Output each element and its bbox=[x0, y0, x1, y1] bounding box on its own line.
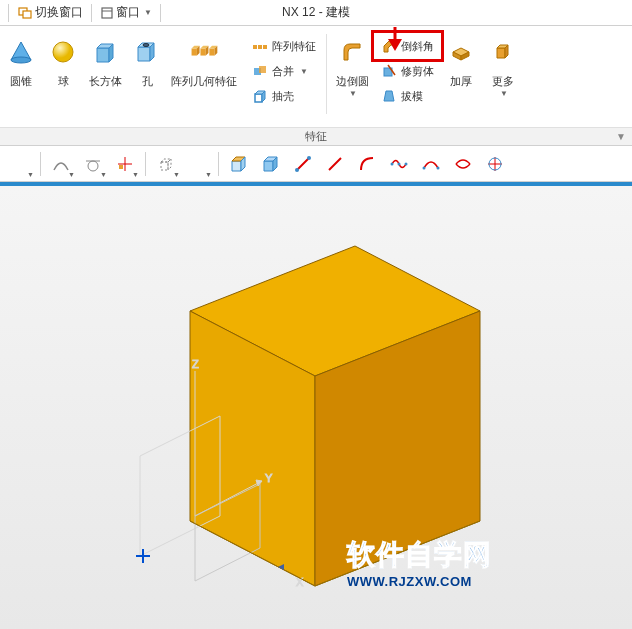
spline-tool[interactable] bbox=[384, 149, 414, 179]
shell-label: 抽壳 bbox=[272, 89, 294, 104]
curve-tool-1[interactable]: ▼ bbox=[46, 149, 76, 179]
wireframe-tool[interactable]: ▼ bbox=[151, 149, 181, 179]
sphere-icon bbox=[47, 36, 79, 68]
svg-marker-41 bbox=[505, 45, 508, 58]
chevron-down-icon: ▼ bbox=[500, 89, 508, 98]
svg-rect-1 bbox=[23, 11, 31, 18]
block-label: 长方体 bbox=[89, 74, 122, 89]
shell-button[interactable]: 抽壳 bbox=[246, 84, 322, 108]
hole-button[interactable]: 孔 bbox=[126, 34, 168, 91]
edge-blend-icon bbox=[336, 36, 368, 68]
viewport-3d[interactable]: Z Y X 软件自学网 WWW.R bbox=[0, 182, 632, 629]
more-icon bbox=[487, 36, 519, 68]
svg-marker-48 bbox=[161, 159, 171, 162]
pattern-feature-label: 阵列特征 bbox=[272, 39, 316, 54]
svg-point-61 bbox=[398, 162, 401, 165]
svg-rect-27 bbox=[263, 45, 267, 49]
svg-marker-35 bbox=[384, 91, 394, 101]
cone-button[interactable]: 圆锥 bbox=[0, 34, 42, 91]
watermark-cn: 软件自学网 bbox=[347, 536, 492, 574]
svg-marker-14 bbox=[150, 43, 154, 61]
thicken-icon bbox=[445, 36, 477, 68]
draft-icon bbox=[381, 88, 397, 104]
svg-point-42 bbox=[88, 161, 98, 171]
intersect-tool[interactable] bbox=[448, 149, 478, 179]
draft-button[interactable]: 拔模 bbox=[375, 84, 440, 108]
draft-label: 拔模 bbox=[401, 89, 423, 104]
switch-window-icon bbox=[17, 5, 33, 21]
more-label: 更多 bbox=[492, 74, 514, 89]
edge-tool[interactable] bbox=[288, 149, 318, 179]
pattern-geom-label: 阵列几何特征 bbox=[171, 74, 237, 89]
arc-tool[interactable] bbox=[352, 149, 382, 179]
hole-icon bbox=[131, 36, 163, 68]
sphere-button[interactable]: 球 bbox=[42, 34, 84, 91]
svg-point-15 bbox=[143, 44, 149, 47]
point-tool-2[interactable] bbox=[480, 149, 510, 179]
pattern-geom-button[interactable]: 阵列几何特征 bbox=[168, 34, 240, 91]
cone-label: 圆锥 bbox=[10, 74, 32, 89]
curve-tool-2[interactable] bbox=[416, 149, 446, 179]
hole-label: 孔 bbox=[142, 74, 153, 89]
ribbon: 圆锥 球 长方体 孔 bbox=[0, 26, 632, 146]
cone-icon bbox=[5, 36, 37, 68]
svg-marker-30 bbox=[255, 94, 262, 102]
watermark: 软件自学网 WWW.RJZXW.COM bbox=[347, 536, 492, 589]
thicken-label: 加厚 bbox=[450, 74, 472, 89]
switch-window-label: 切换窗口 bbox=[35, 4, 83, 21]
attention-arrow bbox=[385, 27, 405, 51]
trim-body-button[interactable]: 修剪体 bbox=[375, 59, 440, 83]
block-button[interactable]: 长方体 bbox=[84, 34, 126, 91]
group-label: 特征 ▼ bbox=[0, 127, 632, 145]
chevron-down-icon: ▼ bbox=[349, 89, 357, 98]
svg-marker-12 bbox=[138, 47, 150, 61]
chamfer-label: 倒斜角 bbox=[401, 39, 434, 54]
face-select-tool[interactable] bbox=[224, 149, 254, 179]
svg-point-58 bbox=[307, 156, 311, 160]
unite-button[interactable]: 合并 ▼ bbox=[246, 59, 322, 83]
edge-blend-button[interactable]: 边倒圆 ▼ bbox=[331, 34, 373, 100]
svg-line-56 bbox=[297, 158, 309, 170]
svg-point-60 bbox=[391, 162, 394, 165]
svg-text:Y: Y bbox=[265, 472, 273, 484]
svg-marker-39 bbox=[497, 48, 505, 58]
more-button[interactable]: 更多 ▼ bbox=[482, 34, 524, 100]
svg-marker-19 bbox=[200, 48, 205, 55]
secondary-toolbar: ▼ ▼ ▼ ▼ ▼ ▼ bbox=[0, 146, 632, 182]
svg-marker-47 bbox=[161, 162, 168, 170]
svg-line-59 bbox=[329, 158, 341, 170]
window-menu-button[interactable]: 窗口 ▼ bbox=[96, 2, 156, 24]
svg-marker-53 bbox=[264, 161, 273, 171]
svg-marker-16 bbox=[192, 48, 197, 55]
svg-rect-2 bbox=[102, 8, 112, 18]
thicken-button[interactable]: 加厚 bbox=[440, 34, 482, 91]
sphere-label: 球 bbox=[58, 74, 69, 89]
point-tool[interactable]: ▼ bbox=[110, 149, 140, 179]
chevron-down-icon: ▼ bbox=[300, 67, 308, 76]
trim-body-icon bbox=[381, 63, 397, 79]
svg-rect-25 bbox=[253, 45, 257, 49]
svg-rect-29 bbox=[259, 66, 266, 73]
model-view: Z Y X bbox=[0, 186, 632, 629]
svg-marker-5 bbox=[388, 39, 402, 51]
svg-rect-46 bbox=[119, 165, 123, 169]
dropdown-1[interactable]: ▼ bbox=[5, 149, 35, 179]
edge-blend-label: 边倒圆 bbox=[336, 74, 369, 89]
pattern-feature-button[interactable]: 阵列特征 bbox=[246, 34, 322, 58]
body-select-tool[interactable] bbox=[256, 149, 286, 179]
svg-text:Z: Z bbox=[192, 358, 199, 370]
svg-point-7 bbox=[11, 57, 31, 63]
svg-point-57 bbox=[295, 168, 299, 172]
switch-window-button[interactable]: 切换窗口 bbox=[13, 2, 87, 24]
expand-icon[interactable]: ▼ bbox=[616, 131, 626, 142]
tangent-tool[interactable]: ▼ bbox=[78, 149, 108, 179]
svg-point-8 bbox=[53, 42, 73, 62]
line-tool[interactable] bbox=[320, 149, 350, 179]
svg-rect-26 bbox=[258, 45, 262, 49]
window-menu-label: 窗口 bbox=[116, 4, 140, 21]
dropdown-2[interactable]: ▼ bbox=[183, 149, 213, 179]
svg-point-62 bbox=[405, 162, 408, 165]
svg-point-64 bbox=[437, 166, 440, 169]
block-icon bbox=[89, 36, 121, 68]
svg-marker-50 bbox=[232, 161, 241, 171]
